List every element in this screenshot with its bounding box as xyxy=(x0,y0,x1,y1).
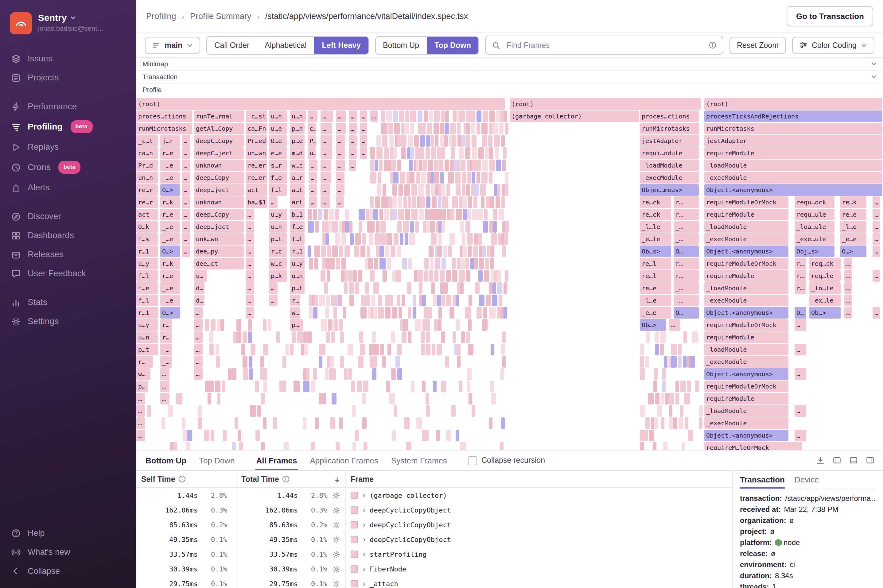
flame-frame[interactable]: Object.<anonymous> xyxy=(704,184,882,196)
flame-texture-cell[interactable] xyxy=(655,344,659,356)
flame-frame[interactable]: _e…e xyxy=(840,233,866,245)
flame-texture-cell[interactable] xyxy=(199,405,202,417)
flame-frame[interactable]: O… xyxy=(674,307,699,318)
flame-texture-cell[interactable] xyxy=(419,208,424,220)
flame-texture-cell[interactable] xyxy=(690,356,695,368)
flame-texture-cell[interactable] xyxy=(461,332,465,343)
flame-texture-cell[interactable] xyxy=(392,307,397,318)
flame-texture-cell[interactable] xyxy=(466,111,469,122)
flame-frame[interactable]: deep…ject xyxy=(194,184,244,196)
flame-texture-cell[interactable] xyxy=(661,344,664,356)
flame-texture-cell[interactable] xyxy=(423,221,426,232)
flame-frame[interactable]: re…r xyxy=(136,196,158,208)
sidebar-item-profiling[interactable]: Profilingbeta xyxy=(0,116,136,138)
flame-texture-cell[interactable] xyxy=(313,208,317,220)
flame-texture-cell[interactable] xyxy=(468,319,472,331)
flame-texture-cell[interactable] xyxy=(491,270,494,282)
flame-texture-cell[interactable] xyxy=(462,196,467,208)
flame-texture-cell[interactable] xyxy=(336,442,339,450)
flame-texture-cell[interactable] xyxy=(440,123,444,134)
flame-frame[interactable]: r…1 xyxy=(136,246,158,257)
flame-frame[interactable]: u…y xyxy=(136,319,158,331)
flame-frame[interactable]: f…e xyxy=(269,172,287,183)
flame-texture-cell[interactable] xyxy=(692,332,698,343)
flame-texture-cell[interactable] xyxy=(434,160,437,171)
flame-texture-cell[interactable] xyxy=(387,160,391,171)
flame-frame[interactable]: _execModule xyxy=(704,172,882,183)
flame-texture-cell[interactable] xyxy=(332,368,336,380)
flame-texture-cell[interactable] xyxy=(477,172,481,183)
flame-texture-cell[interactable] xyxy=(420,196,425,208)
flame-texture-cell[interactable] xyxy=(486,196,490,208)
flame-texture-cell[interactable] xyxy=(668,405,672,417)
flame-frame[interactable]: … xyxy=(872,208,880,220)
flame-frame[interactable]: re…ck xyxy=(640,208,671,220)
flame-frame[interactable]: ca…Fn xyxy=(246,123,267,134)
flame-texture-cell[interactable] xyxy=(188,430,192,441)
flame-texture-cell[interactable] xyxy=(478,233,482,245)
flame-texture-cell[interactable] xyxy=(208,393,212,405)
flame-texture-cell[interactable] xyxy=(322,258,326,270)
sort-option-left-heavy[interactable]: Left Heavy xyxy=(314,36,368,54)
flame-frame[interactable]: Pr…ed xyxy=(246,135,267,147)
flame-frame[interactable]: _…e xyxy=(160,221,180,232)
flame-texture-cell[interactable] xyxy=(427,123,432,134)
flame-texture-cell[interactable] xyxy=(273,417,277,429)
flame-texture-cell[interactable] xyxy=(380,208,383,220)
sidebar-item-what-s-new[interactable]: What's new xyxy=(0,543,136,562)
flame-texture-cell[interactable] xyxy=(344,368,347,380)
flame-frame[interactable]: … xyxy=(336,160,345,171)
flame-texture-cell[interactable] xyxy=(461,184,465,196)
flame-frame[interactable]: requireModuleOrMock xyxy=(704,381,788,392)
table-row[interactable]: 85.63ms0.2%85.63ms0.2%›deepCyclicCopyObj… xyxy=(136,518,732,532)
flame-texture-cell[interactable] xyxy=(373,356,377,368)
flame-texture-cell[interactable] xyxy=(653,381,657,392)
table-row[interactable]: 1.44s2.8%1.44s2.8%›(garbage collector) xyxy=(136,488,732,502)
flame-texture-cell[interactable] xyxy=(431,233,436,245)
flame-frame[interactable]: Object.<anonymous> xyxy=(704,430,788,441)
flame-texture-cell[interactable] xyxy=(403,221,409,232)
flame-texture-cell[interactable] xyxy=(680,381,686,392)
flame-texture-cell[interactable] xyxy=(437,233,441,245)
flame-frame[interactable]: _… xyxy=(674,233,699,245)
flame-texture-cell[interactable] xyxy=(360,246,365,257)
flame-texture-cell[interactable] xyxy=(216,393,220,405)
flame-texture-cell[interactable] xyxy=(640,344,644,356)
flame-frame[interactable]: j…r xyxy=(160,135,180,147)
flame-texture-cell[interactable] xyxy=(492,295,498,306)
flame-frame[interactable]: r…k xyxy=(160,258,180,270)
flame-texture-cell[interactable] xyxy=(474,258,478,270)
flame-texture-cell[interactable] xyxy=(433,295,437,306)
flame-texture-cell[interactable] xyxy=(669,417,673,429)
flame-texture-cell[interactable] xyxy=(451,405,456,417)
search-input[interactable] xyxy=(505,40,704,50)
flame-frame[interactable]: O…> xyxy=(160,184,180,196)
flame-texture-cell[interactable] xyxy=(344,282,348,294)
go-to-transaction-button[interactable]: Go to Transaction xyxy=(787,6,873,26)
flame-frame[interactable]: … xyxy=(246,282,254,294)
flame-texture-cell[interactable] xyxy=(369,221,374,232)
section-profile[interactable]: Profile xyxy=(136,84,883,96)
breadcrumb-item[interactable]: Profiling xyxy=(146,12,176,21)
flame-texture-cell[interactable] xyxy=(405,208,410,220)
flame-texture-cell[interactable] xyxy=(355,282,359,294)
flame-texture-cell[interactable] xyxy=(387,233,392,245)
flame-frame[interactable]: req…le xyxy=(809,270,841,282)
flame-texture-cell[interactable] xyxy=(236,319,241,331)
flame-texture-cell[interactable] xyxy=(396,246,401,257)
flame-frame[interactable]: … xyxy=(844,282,852,294)
flame-texture-cell[interactable] xyxy=(467,208,471,220)
flame-frame[interactable]: e…e xyxy=(269,147,287,159)
flame-texture-cell[interactable] xyxy=(420,135,425,147)
flame-texture-cell[interactable] xyxy=(176,393,182,405)
flame-texture-cell[interactable] xyxy=(372,332,376,343)
flame-texture-cell[interactable] xyxy=(441,208,446,220)
flame-texture-cell[interactable] xyxy=(433,172,439,183)
flame-texture-cell[interactable] xyxy=(373,344,379,356)
flame-texture-cell[interactable] xyxy=(495,196,500,208)
flame-texture-cell[interactable] xyxy=(499,208,504,220)
flame-texture-cell[interactable] xyxy=(208,381,213,392)
flame-texture-cell[interactable] xyxy=(421,344,425,356)
flame-frame[interactable]: … xyxy=(844,258,852,270)
flame-texture-cell[interactable] xyxy=(418,184,424,196)
